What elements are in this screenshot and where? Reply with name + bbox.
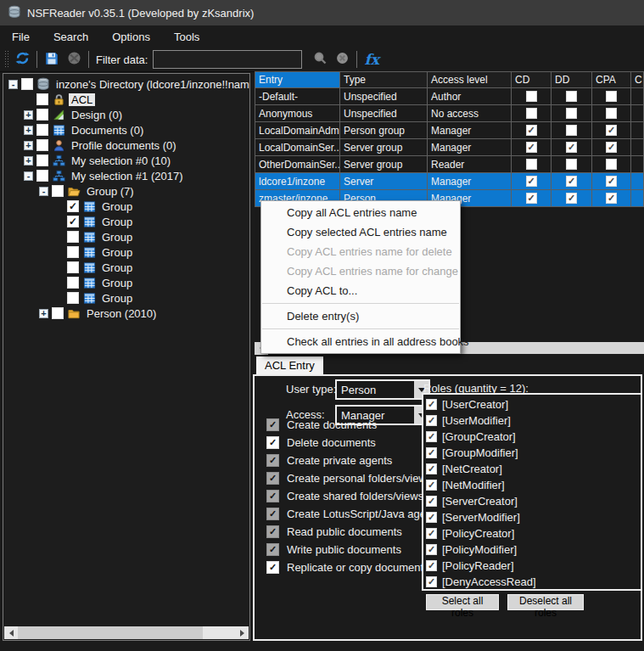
column-header-entry[interactable]: Entry: [255, 72, 340, 88]
acl-entry-row[interactable]: ldcore1/inzoneServerManager✓✓✓: [255, 173, 644, 190]
table-checkbox[interactable]: ✓: [526, 142, 537, 153]
tree-checkbox[interactable]: [52, 307, 64, 319]
role-item[interactable]: ✓[PolicyReader]: [426, 558, 641, 574]
tree-item[interactable]: Group: [3, 275, 249, 290]
tree-item-label[interactable]: ACL: [69, 93, 95, 106]
tree-item-label[interactable]: My selection #0 (10): [69, 154, 173, 167]
role-item[interactable]: ✓[UserCreator]: [426, 396, 641, 412]
permission-checkbox[interactable]: ✓: [266, 436, 279, 449]
search-button[interactable]: [309, 49, 331, 70]
role-checkbox[interactable]: ✓: [426, 544, 437, 555]
tree-item[interactable]: -My selection #1 (2017): [3, 168, 249, 183]
table-checkbox[interactable]: [566, 159, 577, 170]
clear-search-button[interactable]: [331, 49, 353, 70]
permission-checkbox[interactable]: ✓: [266, 454, 279, 467]
permission-checkbox[interactable]: ✓: [266, 472, 279, 485]
table-checkbox[interactable]: ✓: [606, 125, 617, 136]
context-menu-item[interactable]: Check all entries in all address books: [261, 332, 460, 351]
role-checkbox[interactable]: ✓: [426, 463, 437, 474]
tab-acl-entry[interactable]: ACL Entry: [256, 356, 323, 374]
tree-item-label[interactable]: Group: [99, 231, 135, 244]
menu-file[interactable]: File: [0, 27, 42, 47]
tree-checkbox[interactable]: [36, 154, 48, 166]
role-checkbox[interactable]: ✓: [426, 447, 437, 458]
role-item[interactable]: ✓[PolicyCreator]: [426, 525, 641, 542]
tree-checkbox[interactable]: [36, 109, 48, 121]
role-item[interactable]: ✓[NetCreator]: [426, 461, 641, 477]
acl-entry-row[interactable]: -Default-UnspecifiedAuthor: [255, 88, 644, 105]
title-bar[interactable]: NSFReader v0.35.1 (Developed by zKsandri…: [0, 0, 644, 25]
context-menu-item[interactable]: Copy selected ACL entries name: [261, 222, 460, 242]
context-menu-item[interactable]: Copy all ACL entries name: [261, 203, 460, 222]
table-checkbox[interactable]: ✓: [526, 193, 537, 204]
permission-checkbox[interactable]: ✓: [266, 508, 279, 520]
column-header-cpa[interactable]: CPA: [592, 72, 631, 88]
tree-item[interactable]: Group: [3, 244, 249, 260]
acl-entry-row[interactable]: LocalDomainSer...Server groupManager✓✓✓: [255, 139, 644, 156]
table-checkbox[interactable]: ✓: [526, 176, 537, 187]
tree-item[interactable]: ACL: [3, 92, 249, 107]
role-item[interactable]: ✓[GroupCreator]: [426, 429, 641, 445]
tree-item[interactable]: +Person (2010): [3, 306, 249, 321]
tree-item-label[interactable]: Group (7): [84, 185, 137, 198]
column-header-dd[interactable]: DD: [552, 72, 592, 88]
acl-entry-row[interactable]: LocalDomainAdm...Person groupManager✓✓: [255, 122, 644, 139]
expand-icon[interactable]: +: [24, 126, 33, 135]
refresh-button[interactable]: [11, 49, 33, 70]
tree-item-label[interactable]: Group: [99, 292, 135, 305]
table-checkbox[interactable]: [526, 108, 537, 119]
collapse-icon[interactable]: -: [8, 80, 18, 89]
tree-item[interactable]: +My selection #0 (10): [3, 153, 249, 168]
permission-checkbox[interactable]: ✓: [266, 543, 279, 556]
tree-item[interactable]: -inzone's Directory (ldcore1/inzone!!nam…: [3, 76, 249, 92]
role-item[interactable]: ✓[ServerModifier]: [426, 509, 641, 525]
table-checkbox[interactable]: [526, 159, 537, 170]
formula-icon[interactable]: fx: [364, 51, 378, 68]
tree-item[interactable]: ✓Group: [3, 199, 249, 214]
table-checkbox[interactable]: [566, 108, 577, 119]
role-checkbox[interactable]: ✓: [426, 576, 437, 587]
role-item[interactable]: ✓[ServerCreator]: [426, 493, 641, 509]
user-type-select[interactable]: Person: [335, 379, 430, 400]
tree-checkbox[interactable]: [67, 246, 79, 258]
scrollbar-thumb[interactable]: [18, 626, 203, 639]
permission-checkbox[interactable]: ✓: [266, 418, 279, 431]
tree-checkbox[interactable]: [67, 292, 79, 304]
tree-item-label[interactable]: Person (2010): [84, 307, 159, 320]
table-checkbox[interactable]: ✓: [566, 193, 577, 204]
role-checkbox[interactable]: ✓: [426, 431, 437, 442]
context-menu-item[interactable]: Copy ACL to...: [261, 281, 460, 300]
tree-checkbox[interactable]: [36, 93, 48, 105]
menu-search[interactable]: Search: [42, 27, 100, 47]
table-checkbox[interactable]: ✓: [606, 176, 617, 187]
tree-item-label[interactable]: Documents (0): [69, 124, 146, 137]
role-checkbox[interactable]: ✓: [426, 399, 437, 410]
tree-item[interactable]: Group: [3, 290, 249, 306]
acl-entry-row[interactable]: OtherDomainSer...Server groupReader: [255, 156, 644, 173]
acl-entry-row[interactable]: AnonymousUnspecifiedNo access: [255, 105, 644, 122]
table-checkbox[interactable]: [526, 91, 537, 102]
tree-item-label[interactable]: Profile documents (0): [69, 139, 179, 152]
table-checkbox[interactable]: [606, 108, 617, 119]
tree-checkbox[interactable]: [36, 170, 48, 182]
globe-button[interactable]: [63, 49, 85, 70]
save-button[interactable]: [41, 49, 63, 70]
menu-options[interactable]: Options: [100, 27, 162, 47]
column-header-c[interactable]: C: [631, 72, 644, 88]
collapse-icon[interactable]: -: [24, 171, 33, 181]
scroll-left-icon[interactable]: [4, 626, 18, 639]
expand-icon[interactable]: +: [24, 156, 33, 166]
role-checkbox[interactable]: ✓: [426, 512, 437, 523]
permission-checkbox[interactable]: ✓: [266, 525, 279, 538]
collapse-icon[interactable]: -: [39, 187, 48, 196]
tree-checkbox[interactable]: [52, 185, 64, 197]
table-checkbox[interactable]: ✓: [606, 142, 617, 153]
table-checkbox[interactable]: [566, 91, 577, 102]
role-checkbox[interactable]: ✓: [426, 415, 437, 426]
expand-icon[interactable]: +: [39, 309, 48, 318]
table-checkbox[interactable]: [606, 91, 617, 102]
tree-item-label[interactable]: Group: [99, 277, 135, 289]
expand-icon[interactable]: +: [24, 110, 33, 120]
permission-checkbox[interactable]: ✓: [266, 561, 279, 574]
column-header-cd[interactable]: CD: [512, 72, 552, 88]
